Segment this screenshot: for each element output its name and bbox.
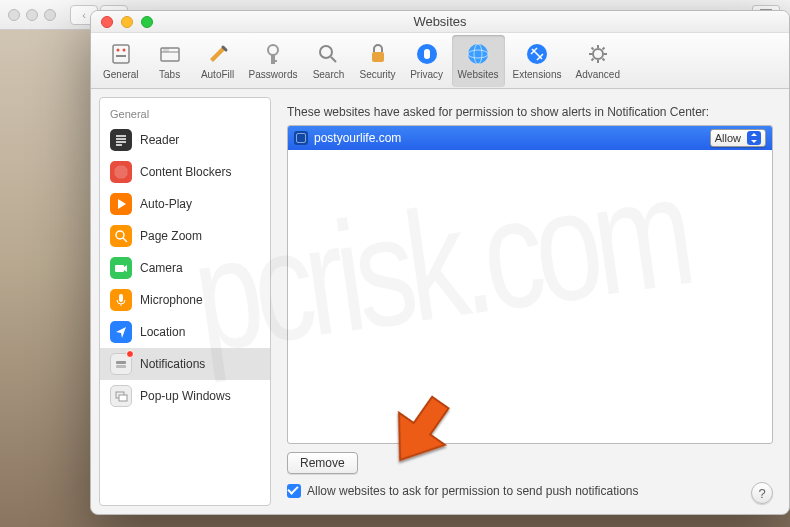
badge-dot [126,350,134,358]
sidebar-item-location[interactable]: Location [100,316,270,348]
microphone-icon [110,289,132,311]
chevron-updown-icon [747,131,761,145]
sidebar-item-reader[interactable]: Reader [100,124,270,156]
advanced-icon [585,41,611,67]
svg-marker-24 [116,327,126,338]
remove-button[interactable]: Remove [287,452,358,474]
security-icon [365,41,391,67]
site-domain: postyourlife.com [314,131,401,145]
location-icon [110,321,132,343]
tab-websites[interactable]: Websites [452,35,505,87]
sidebar: General Reader Content Blockers Auto-Pla… [99,97,271,506]
help-button[interactable]: ? [751,482,773,504]
svg-point-20 [116,231,124,239]
websites-icon [465,41,491,67]
svg-rect-8 [271,60,277,62]
svg-rect-10 [372,52,384,62]
main-panel: These websites have asked for permission… [279,97,781,506]
sidebar-item-camera[interactable]: Camera [100,252,270,284]
svg-rect-23 [119,294,123,302]
extensions-icon [524,41,550,67]
svg-point-1 [116,49,119,52]
outer-traffic-light [26,9,38,21]
svg-rect-12 [424,49,430,59]
permission-select[interactable]: Allow [710,129,766,147]
svg-marker-18 [115,166,127,178]
tab-advanced[interactable]: Advanced [569,35,625,87]
svg-rect-7 [271,54,275,64]
play-icon [110,193,132,215]
outer-traffic-light [44,9,56,21]
general-icon [108,41,134,67]
titlebar: Websites [91,11,789,33]
site-favicon [294,131,308,145]
description-text: These websites have asked for permission… [287,105,773,119]
sidebar-item-notifications[interactable]: Notifications [100,348,270,380]
svg-point-13 [468,44,488,64]
sidebar-item-microphone[interactable]: Microphone [100,284,270,316]
sidebar-item-auto-play[interactable]: Auto-Play [100,188,270,220]
reader-icon [110,129,132,151]
search-icon [315,41,341,67]
checkbox-label: Allow websites to ask for permission to … [307,484,639,498]
zoom-icon [110,225,132,247]
svg-point-17 [593,49,603,59]
websites-list[interactable]: postyourlife.com Allow [287,125,773,444]
sidebar-item-page-zoom[interactable]: Page Zoom [100,220,270,252]
tab-tabs[interactable]: Tabs [147,35,193,87]
tab-general[interactable]: General [97,35,145,87]
tab-extensions[interactable]: Extensions [507,35,568,87]
allow-ask-checkbox[interactable] [287,484,301,498]
svg-rect-26 [116,365,126,368]
passwords-icon [260,41,286,67]
website-row[interactable]: postyourlife.com Allow [288,126,772,150]
svg-marker-22 [124,265,127,272]
stop-icon [110,161,132,183]
tab-security[interactable]: Security [353,35,401,87]
window-title: Websites [91,14,789,29]
svg-marker-19 [118,199,126,209]
preferences-toolbar: General Tabs AutoFill Passwords Search S… [91,33,789,89]
tab-search[interactable]: Search [305,35,351,87]
tabs-icon [157,41,183,67]
tab-privacy[interactable]: Privacy [404,35,450,87]
popup-icon [110,385,132,407]
svg-rect-0 [113,45,129,63]
sidebar-item-content-blockers[interactable]: Content Blockers [100,156,270,188]
tab-autofill[interactable]: AutoFill [195,35,241,87]
camera-icon [110,257,132,279]
svg-rect-3 [116,55,126,57]
svg-rect-21 [115,265,124,272]
svg-rect-28 [119,395,127,401]
sidebar-header: General [100,104,270,124]
privacy-icon [414,41,440,67]
svg-point-9 [320,46,332,58]
svg-rect-5 [163,48,169,52]
tab-passwords[interactable]: Passwords [243,35,304,87]
svg-point-2 [122,49,125,52]
autofill-icon [205,41,231,67]
sidebar-item-popup-windows[interactable]: Pop-up Windows [100,380,270,412]
outer-traffic-light [8,9,20,21]
svg-point-6 [268,45,278,55]
preferences-window: Websites General Tabs AutoFill Passwords… [90,10,790,515]
svg-rect-25 [116,361,126,364]
